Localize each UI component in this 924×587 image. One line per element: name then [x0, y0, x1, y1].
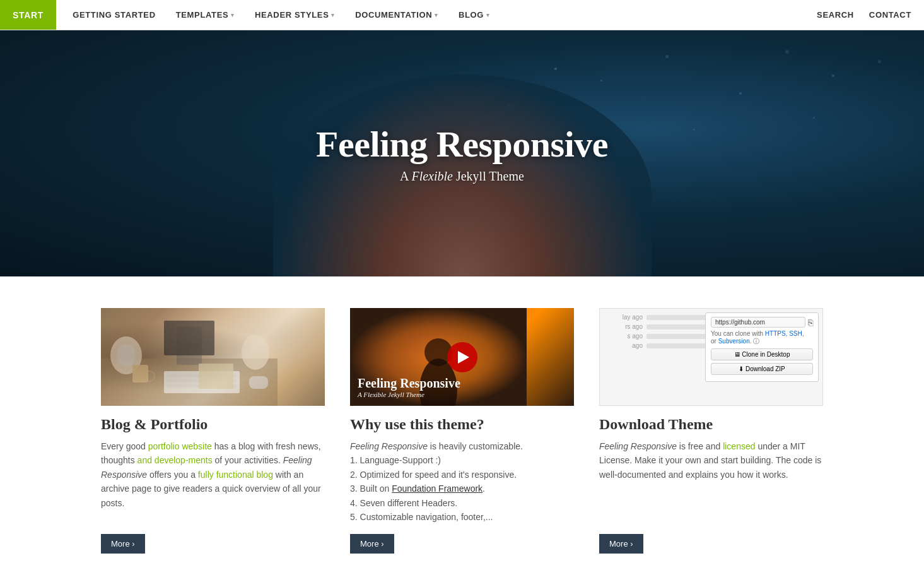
foundation-link[interactable]: Foundation Framework: [392, 483, 482, 494]
svg-point-8: [242, 335, 269, 370]
card-more-button-blog[interactable]: More ›: [101, 534, 145, 554]
chevron-down-icon: ▾: [331, 12, 335, 18]
bubble-decoration: [693, 129, 695, 131]
video-title: Feeling Responsive: [358, 376, 460, 391]
card-image-github: lay ago rs ago s ago ago https://github.…: [599, 308, 823, 406]
bubble-decoration: [832, 74, 834, 77]
card-why-theme: Feeling Responsive A Flexible Jekyll The…: [350, 308, 574, 554]
svg-point-7: [117, 344, 136, 367]
nav-item-header-styles[interactable]: HEADER STYLES ▾: [245, 0, 345, 30]
clone-desktop-button[interactable]: 🖥 Clone in Desktop: [711, 348, 813, 360]
cards-section: Blog & Portfolio Every good portfolio we…: [0, 276, 924, 585]
svg-rect-12: [199, 364, 233, 389]
github-url-bar: https://github.com ⎘: [711, 317, 813, 328]
nav-item-templates[interactable]: TEMPLATES ▾: [166, 0, 245, 30]
nav-start[interactable]: START: [0, 0, 56, 30]
card-title-why: Why use this theme?: [350, 416, 574, 433]
bubble-decoration: [739, 92, 742, 95]
card-body-blog: Every good portfolio website has a blog …: [101, 439, 325, 524]
download-zip-button[interactable]: ⬇ Download ZIP: [711, 363, 813, 375]
main-nav: START GETTING STARTED TEMPLATES ▾ HEADER…: [0, 0, 924, 30]
card-blog-portfolio: Blog & Portfolio Every good portfolio we…: [101, 308, 325, 554]
blog-link[interactable]: fully functional blog: [198, 470, 273, 480]
svg-rect-10: [164, 321, 214, 355]
nav-items: GETTING STARTED TEMPLATES ▾ HEADER STYLE…: [56, 0, 817, 30]
video-subtitle: A Flexible Jekyll Theme: [358, 391, 460, 398]
hero-subtitle: A Flexible Jekyll Theme: [316, 169, 608, 184]
card-image-desk: [101, 308, 325, 406]
github-clone-panel: https://github.com ⎘ You can clone with …: [705, 312, 819, 382]
card-more-button-download[interactable]: More ›: [599, 534, 643, 554]
nav-right: SEARCH CONTACT: [817, 10, 924, 20]
portfolio-link[interactable]: portfolio website: [148, 441, 212, 451]
svg-rect-11: [132, 365, 148, 382]
developments-link[interactable]: and develop-ments: [137, 455, 213, 465]
desk-illustration: [101, 308, 278, 406]
bubble-decoration: [665, 55, 669, 58]
chevron-down-icon: ▾: [231, 12, 235, 18]
svg-rect-5: [249, 376, 268, 389]
license-link[interactable]: licensed: [723, 441, 755, 451]
github-panel: https://github.com ⎘ You can clone with …: [705, 312, 819, 382]
github-url-input[interactable]: https://github.com: [711, 317, 805, 328]
bubble-decoration: [554, 68, 557, 70]
card-title-blog: Blog & Portfolio: [101, 416, 325, 433]
card-body-download: Feeling Responsive is free and licensed …: [599, 439, 823, 524]
chevron-down-icon: ▾: [486, 12, 490, 18]
card-download: lay ago rs ago s ago ago https://github.…: [599, 308, 823, 554]
chevron-down-icon: ▾: [435, 12, 438, 18]
nav-item-documentation[interactable]: DOCUMENTATION ▾: [345, 0, 448, 30]
copy-icon[interactable]: ⎘: [808, 317, 813, 328]
play-icon: [458, 351, 469, 364]
card-more-button-why[interactable]: More ›: [350, 534, 394, 554]
video-overlay-text: Feeling Responsive A Flexible Jekyll The…: [358, 376, 460, 398]
hero-section: Feeling Responsive A Flexible Jekyll The…: [0, 30, 924, 276]
bubble-decoration: [878, 60, 881, 63]
nav-item-getting-started[interactable]: GETTING STARTED: [62, 0, 166, 30]
card-image-video: Feeling Responsive A Flexible Jekyll The…: [350, 308, 574, 406]
nav-item-blog[interactable]: BLOG ▾: [448, 0, 500, 30]
play-button[interactable]: [447, 342, 477, 372]
hero-title: Feeling Responsive: [316, 123, 608, 165]
nav-search[interactable]: SEARCH: [817, 10, 854, 20]
github-clone-text: You can clone with HTTPS, SSH,or Subvers…: [711, 330, 813, 346]
bubble-decoration: [813, 117, 815, 119]
hero-text: Feeling Responsive A Flexible Jekyll The…: [316, 123, 608, 184]
card-body-why: Feeling Responsive is heavily customizab…: [350, 439, 574, 524]
nav-contact[interactable]: CONTACT: [869, 10, 911, 20]
card-title-download: Download Theme: [599, 416, 823, 433]
